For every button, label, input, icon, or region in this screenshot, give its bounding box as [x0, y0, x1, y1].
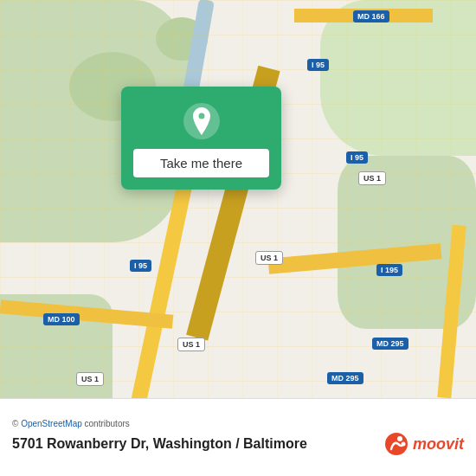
moovit-icon: [384, 432, 408, 456]
route-badge-md100: MD 100: [43, 313, 80, 325]
svg-point-3: [401, 442, 405, 447]
location-popup: Take me there: [121, 87, 281, 190]
route-badge-i95-top: I 95: [307, 59, 329, 71]
route-badge-us1-btm: US 1: [76, 372, 104, 386]
address-row: 5701 Rowanberry Dr, Washington / Baltimo…: [12, 432, 464, 456]
route-badge-md295-bot: MD 295: [327, 372, 363, 384]
location-pin-icon: [183, 102, 221, 140]
route-badge-i195: I 195: [376, 264, 402, 276]
address-text: 5701 Rowanberry Dr, Washington / Baltimo…: [12, 436, 307, 452]
osm-link[interactable]: OpenStreetMap: [21, 419, 82, 428]
svg-point-2: [397, 436, 402, 441]
take-me-there-button[interactable]: Take me there: [133, 149, 269, 177]
moovit-logo: moovit: [384, 432, 464, 456]
route-badge-md166: MD 166: [353, 10, 389, 23]
route-badge-us1-bot: US 1: [177, 338, 205, 351]
route-badge-us1-top: US 1: [358, 171, 386, 185]
route-badge-us1-mid: US 1: [255, 251, 283, 265]
route-badge-i95-mid: I 95: [346, 151, 368, 164]
route-badge-i95-bot: I 95: [130, 260, 151, 272]
map-container: I 95 I 95 US 1 US 1 I 95 I 195 US 1 US 1…: [0, 0, 476, 398]
map-background: I 95 I 95 US 1 US 1 I 95 I 195 US 1 US 1…: [0, 0, 476, 398]
bottom-bar: © OpenStreetMap contributors 5701 Rowanb…: [0, 398, 476, 476]
osm-attribution: © OpenStreetMap contributors: [12, 419, 464, 428]
green-area: [320, 0, 476, 156]
route-badge-md295-top: MD 295: [372, 338, 408, 350]
moovit-brand-text: moovit: [413, 435, 464, 453]
